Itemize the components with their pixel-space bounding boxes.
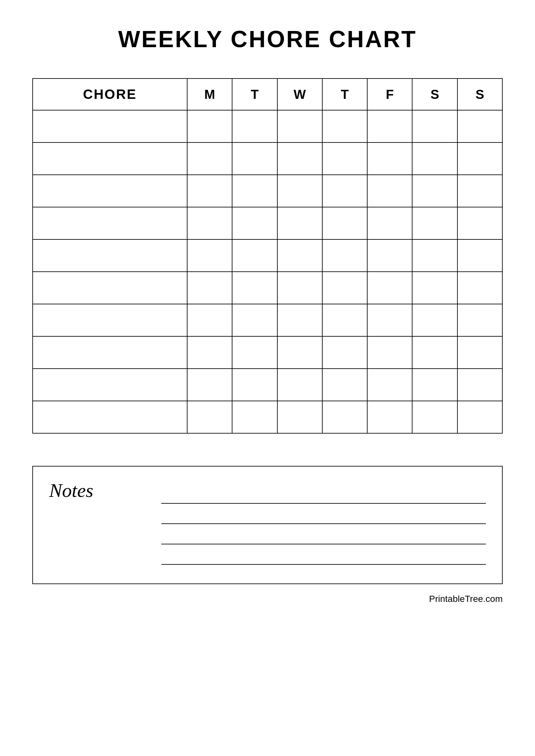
day-cell-8-fri[interactable] (368, 337, 412, 369)
chore-input-2[interactable] (32, 143, 187, 175)
day-cell-4-wed[interactable] (278, 207, 323, 240)
day-cell-5-wed[interactable] (278, 240, 323, 272)
table-row (32, 207, 503, 240)
chore-input-3[interactable] (32, 175, 187, 207)
table-row (32, 240, 503, 272)
day-cell-1-sun[interactable] (458, 111, 503, 143)
day-cell-4-mon[interactable] (187, 207, 233, 240)
day-cell-7-sun[interactable] (458, 304, 503, 337)
day-cell-6-wed[interactable] (278, 272, 323, 304)
day-cell-1-tue[interactable] (233, 111, 277, 143)
day-cell-6-sat[interactable] (412, 272, 457, 304)
day-header-mon: M (187, 78, 233, 111)
day-cell-10-mon[interactable] (187, 401, 233, 434)
day-cell-7-tue[interactable] (233, 304, 277, 337)
watermark-text: PrintableTree.com (429, 594, 503, 604)
day-cell-10-sun[interactable] (458, 401, 503, 434)
day-cell-9-mon[interactable] (187, 369, 233, 401)
chore-input-10[interactable] (32, 401, 187, 434)
chore-input-7[interactable] (32, 304, 187, 337)
chore-input-6[interactable] (32, 272, 187, 304)
day-cell-5-sun[interactable] (458, 240, 503, 272)
day-cell-4-sun[interactable] (458, 207, 503, 240)
notes-section: Notes (32, 466, 503, 584)
chore-input-5[interactable] (32, 240, 187, 272)
day-cell-9-sat[interactable] (412, 369, 457, 401)
day-cell-3-sun[interactable] (458, 175, 503, 207)
day-cell-8-tue[interactable] (233, 337, 277, 369)
day-header-fri: F (368, 78, 412, 111)
day-cell-9-tue[interactable] (233, 369, 277, 401)
day-cell-6-sun[interactable] (458, 272, 503, 304)
day-cell-9-thu[interactable] (323, 369, 368, 401)
day-cell-10-wed[interactable] (278, 401, 323, 434)
day-cell-8-wed[interactable] (278, 337, 323, 369)
day-cell-2-sat[interactable] (412, 143, 457, 175)
day-cell-3-thu[interactable] (323, 175, 368, 207)
day-cell-5-tue[interactable] (233, 240, 277, 272)
day-cell-1-sat[interactable] (412, 111, 457, 143)
day-cell-8-mon[interactable] (187, 337, 233, 369)
day-cell-2-fri[interactable] (368, 143, 412, 175)
day-cell-6-mon[interactable] (187, 272, 233, 304)
notes-line-4[interactable] (161, 547, 486, 565)
day-cell-1-mon[interactable] (187, 111, 233, 143)
day-cell-6-tue[interactable] (233, 272, 277, 304)
day-cell-2-wed[interactable] (278, 143, 323, 175)
day-cell-3-mon[interactable] (187, 175, 233, 207)
day-cell-5-sat[interactable] (412, 240, 457, 272)
day-cell-10-tue[interactable] (233, 401, 277, 434)
day-cell-4-sat[interactable] (412, 207, 457, 240)
table-header-row: CHORE M T W T F S S (32, 78, 503, 111)
day-cell-3-sat[interactable] (412, 175, 457, 207)
table-row (32, 337, 503, 369)
day-cell-2-sun[interactable] (458, 143, 503, 175)
notes-line-3[interactable] (161, 526, 486, 544)
page-title: WEEKLY CHORE CHART (118, 26, 417, 52)
day-cell-8-sat[interactable] (412, 337, 457, 369)
notes-line-1[interactable] (161, 486, 486, 504)
chore-column-header: CHORE (32, 78, 187, 111)
day-cell-7-mon[interactable] (187, 304, 233, 337)
day-cell-9-sun[interactable] (458, 369, 503, 401)
notes-line-2[interactable] (161, 506, 486, 524)
day-cell-9-fri[interactable] (368, 369, 412, 401)
day-cell-6-fri[interactable] (368, 272, 412, 304)
day-cell-7-sat[interactable] (412, 304, 457, 337)
day-cell-3-tue[interactable] (233, 175, 277, 207)
table-row (32, 272, 503, 304)
day-cell-5-thu[interactable] (323, 240, 368, 272)
day-cell-10-fri[interactable] (368, 401, 412, 434)
chore-input-8[interactable] (32, 337, 187, 369)
day-cell-4-fri[interactable] (368, 207, 412, 240)
day-cell-7-fri[interactable] (368, 304, 412, 337)
day-cell-6-thu[interactable] (323, 272, 368, 304)
day-cell-5-fri[interactable] (368, 240, 412, 272)
day-cell-7-wed[interactable] (278, 304, 323, 337)
day-cell-7-thu[interactable] (323, 304, 368, 337)
day-cell-8-sun[interactable] (458, 337, 503, 369)
chore-input-4[interactable] (32, 207, 187, 240)
day-cell-5-mon[interactable] (187, 240, 233, 272)
day-cell-2-thu[interactable] (323, 143, 368, 175)
chore-input-1[interactable] (32, 111, 187, 143)
day-cell-1-wed[interactable] (278, 111, 323, 143)
day-cell-4-thu[interactable] (323, 207, 368, 240)
day-cell-9-wed[interactable] (278, 369, 323, 401)
day-cell-3-fri[interactable] (368, 175, 412, 207)
notes-label: Notes (49, 479, 94, 502)
day-header-tue: T (233, 78, 277, 111)
day-cell-8-thu[interactable] (323, 337, 368, 369)
table-row (32, 369, 503, 401)
day-cell-2-mon[interactable] (187, 143, 233, 175)
day-cell-1-thu[interactable] (323, 111, 368, 143)
day-cell-2-tue[interactable] (233, 143, 277, 175)
day-cell-10-thu[interactable] (323, 401, 368, 434)
day-header-thu: T (323, 78, 368, 111)
chore-input-9[interactable] (32, 369, 187, 401)
day-cell-4-tue[interactable] (233, 207, 277, 240)
day-cell-1-fri[interactable] (368, 111, 412, 143)
day-cell-10-sat[interactable] (412, 401, 457, 434)
table-row (32, 304, 503, 337)
day-cell-3-wed[interactable] (278, 175, 323, 207)
